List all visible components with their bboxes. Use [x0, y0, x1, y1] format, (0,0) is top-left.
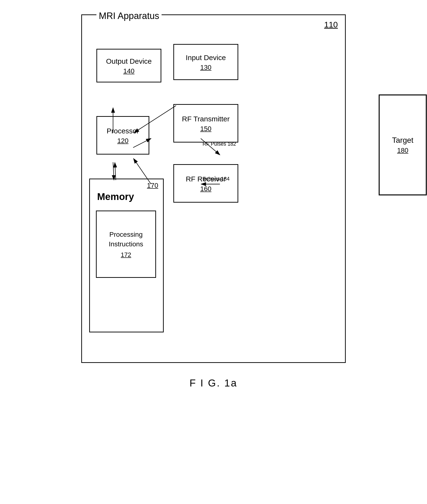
target-box: Target 180: [379, 94, 427, 196]
processor-label: Processor: [107, 126, 139, 135]
rf-transmitter-label: RF Transmitter: [182, 114, 230, 124]
input-device-ref: 130: [200, 64, 212, 71]
processor-box: Processor 120: [96, 116, 149, 155]
processing-instructions-box: ProcessingInstructions 172: [96, 211, 156, 278]
figure-caption: F I G. 1a: [190, 377, 237, 389]
rf-receiver-box: RF Receiver 160: [173, 164, 238, 203]
memory-ref: 170: [147, 182, 158, 189]
memory-box: 170 Memory ProcessingInstructions 172: [89, 179, 164, 332]
output-device-label: Output Device: [106, 56, 152, 66]
target-ref: 180: [397, 147, 409, 154]
processor-ref: 120: [117, 137, 129, 145]
target-label: Target: [392, 136, 413, 145]
mri-apparatus-box: MRI Apparatus 110 Output Device 140 Inpu…: [81, 15, 346, 363]
processing-instructions-label: ProcessingInstructions: [109, 230, 143, 248]
output-device-box: Output Device 140: [96, 49, 161, 83]
processing-instructions-ref: 172: [121, 251, 131, 259]
rf-receiver-ref: 160: [200, 185, 212, 193]
output-device-ref: 140: [123, 67, 135, 75]
memory-label: Memory: [97, 191, 134, 202]
mri-apparatus-title: MRI Apparatus: [96, 11, 161, 21]
svg-line-9: [113, 162, 114, 180]
page-container: MRI Apparatus 110 Output Device 140 Inpu…: [0, 0, 427, 504]
input-device-box: Input Device 130: [173, 44, 238, 80]
rf-transmitter-ref: 150: [200, 125, 212, 133]
memory-ref-container: 170: [147, 182, 158, 189]
svg-line-10: [115, 162, 116, 180]
rf-receiver-label: RF Receiver: [186, 174, 226, 184]
mri-apparatus-ref: 110: [324, 20, 338, 29]
input-device-label: Input Device: [186, 53, 226, 62]
rf-transmitter-box: RF Transmitter 150: [173, 104, 238, 143]
